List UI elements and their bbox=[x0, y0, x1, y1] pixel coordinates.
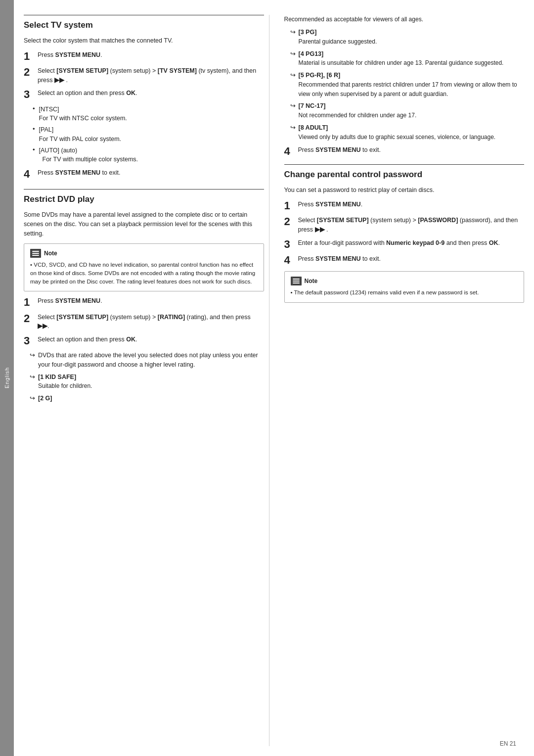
arrow-sym-2g: ↪ bbox=[30, 394, 35, 402]
step-content-3-dvd: Select an option and then press OK. bbox=[38, 335, 264, 344]
rating-8adult: ↪ [8 ADULT] Viewed only by adults due to… bbox=[290, 123, 525, 142]
rating-content-3pg: [3 PG] Parental guidance suggested. bbox=[299, 28, 377, 47]
step-4-pwd: 4 Press SYSTEM MENU to exit. bbox=[284, 254, 525, 266]
bracket-rating: [RATING] bbox=[158, 314, 185, 321]
step-number-4-pwd: 4 bbox=[284, 254, 295, 266]
note-header-pwd: Note bbox=[291, 277, 518, 285]
step-number-4-tv: 4 bbox=[24, 168, 35, 180]
step-content-4-pwd: Press SYSTEM MENU to exit. bbox=[298, 254, 525, 264]
arrow-sym-4pg13: ↪ bbox=[290, 50, 296, 57]
rating-label-7nc17: [7 NC-17] bbox=[299, 102, 326, 109]
arrow-sym-dvd-1: ↪ bbox=[30, 351, 35, 359]
rating-content-5pgr: [5 PG-R], [6 R] Recommended that parents… bbox=[299, 71, 525, 98]
note-text-dvd: • VCD, SVCD, and CD have no level indica… bbox=[30, 261, 258, 286]
rating-desc-kid-safe: Suitable for children. bbox=[38, 382, 92, 389]
bracket-tv-system: [TV SYSTEM] bbox=[158, 67, 197, 74]
rating-desc-8adult: Viewed only by adults due to graphic sex… bbox=[299, 134, 496, 141]
step-content-1-tv: Press SYSTEM MENU. bbox=[38, 50, 264, 60]
intro-tv-system: Select the color system that matches the… bbox=[24, 36, 264, 46]
step-number-2-pwd: 2 bbox=[284, 216, 295, 228]
note-text-pwd: • The default password (1234) remains va… bbox=[291, 288, 518, 297]
bracket-system-setup-pwd: [SYSTEM SETUP] bbox=[317, 217, 369, 224]
rating-desc-2g-cont: Recommended as acceptable for viewers of… bbox=[284, 15, 525, 24]
bullet-dot-pal: • bbox=[33, 125, 35, 133]
rating-desc-7nc17: Not recommended for children under age 1… bbox=[299, 112, 417, 119]
section-title-dvd: Restrict DVD play bbox=[24, 194, 264, 206]
system-menu-bold-1: SYSTEM MENU bbox=[55, 51, 100, 58]
step-2-dvd: 2 Select [SYSTEM SETUP] (system setup) >… bbox=[24, 313, 264, 331]
rating-label-4pg13: [4 PG13] bbox=[299, 50, 324, 57]
note-box-dvd: Note • VCD, SVCD, and CD have no level i… bbox=[24, 243, 264, 292]
step-content-1-dvd: Press SYSTEM MENU. bbox=[38, 296, 264, 306]
rating-content-7nc17: [7 NC-17] Not recommended for children u… bbox=[299, 101, 417, 120]
step-content-2-pwd: Select [SYSTEM SETUP] (system setup) > [… bbox=[298, 216, 525, 235]
left-column: Select TV system Select the color system… bbox=[24, 15, 269, 746]
arrow-sym-3pg: ↪ bbox=[290, 28, 296, 36]
bullet-label-pal: [PAL]For TV with PAL color system. bbox=[39, 125, 121, 144]
section-title-password: Change parental control password bbox=[284, 170, 525, 182]
rating-label-kid-safe: [1 KID SAFE] bbox=[38, 374, 76, 380]
rating-content-2g: [2 G] bbox=[38, 394, 52, 403]
ok-bold-tv: OK bbox=[126, 90, 135, 96]
bullet-dot-ntsc: • bbox=[33, 105, 35, 112]
rating-desc-5pgr: Recommended that parents restrict childr… bbox=[299, 81, 517, 97]
side-tab-label: English bbox=[4, 367, 10, 388]
ok-bold-dvd: OK bbox=[126, 336, 135, 343]
side-tab: English bbox=[0, 0, 14, 756]
section-title-tv-system: Select TV system bbox=[24, 20, 264, 32]
note-icon-dvd bbox=[30, 249, 41, 258]
arrow-tv: ▶▶ bbox=[54, 77, 64, 84]
rating-label-5pgr: [5 PG-R], [6 R] bbox=[299, 72, 341, 79]
rating-kid-safe: ↪ [1 KID SAFE] Suitable for children. bbox=[30, 373, 264, 391]
bullet-auto: • [AUTO] (auto) For TV with multiple col… bbox=[33, 146, 264, 165]
arrow-sym-8adult: ↪ bbox=[290, 124, 296, 131]
rating-label-2g: [2 G] bbox=[38, 395, 52, 402]
arrow-content-dvd-1: DVDs that are rated above the level you … bbox=[38, 351, 264, 370]
step-number-3-pwd: 3 bbox=[284, 238, 295, 250]
note-icon-pwd bbox=[291, 277, 302, 285]
system-menu-bold-1-pwd: SYSTEM MENU bbox=[315, 201, 361, 208]
step-number-3-dvd: 3 bbox=[24, 335, 35, 347]
arrow-pwd: ▶▶ bbox=[315, 226, 325, 233]
divider-1 bbox=[24, 15, 264, 15]
step-2-tv: 2 Select [SYSTEM SETUP] (system setup) >… bbox=[24, 66, 264, 85]
bullet-label-auto: [AUTO] (auto) For TV with multiple color… bbox=[39, 146, 138, 165]
arrow-sym-kid-safe: ↪ bbox=[30, 373, 35, 380]
rating-content-8adult: [8 ADULT] Viewed only by adults due to g… bbox=[299, 123, 496, 142]
rating-label-3pg: [3 PG] bbox=[299, 29, 317, 36]
rating-label-8adult: [8 ADULT] bbox=[299, 124, 328, 131]
step-number-1-dvd: 1 bbox=[24, 296, 35, 308]
note-label-dvd: Note bbox=[44, 250, 57, 257]
step-3-tv: 3 Select an option and then press OK. bbox=[24, 89, 264, 100]
right-column: Recommended as acceptable for viewers of… bbox=[279, 15, 525, 746]
step-1-dvd: 1 Press SYSTEM MENU. bbox=[24, 296, 264, 308]
divider-2 bbox=[24, 189, 264, 189]
rating-content-4pg13: [4 PG13] Material is unsuitable for chil… bbox=[299, 49, 504, 68]
step-3-pwd: 3 Enter a four-digit password with Numer… bbox=[284, 238, 525, 250]
rating-content-kid-safe: [1 KID SAFE] Suitable for children. bbox=[38, 373, 92, 391]
step-4-tv: 4 Press SYSTEM MENU to exit. bbox=[24, 168, 264, 180]
arrow-sym-5pgr: ↪ bbox=[290, 71, 296, 79]
divider-3 bbox=[284, 164, 525, 165]
rating-7nc17: ↪ [7 NC-17] Not recommended for children… bbox=[290, 101, 525, 120]
step-number-3-tv: 3 bbox=[24, 89, 35, 100]
step-number-2-tv: 2 bbox=[24, 66, 35, 78]
step-3-dvd: 3 Select an option and then press OK. bbox=[24, 335, 264, 347]
bullet-ntsc: • [NTSC]For TV with NTSC color system. bbox=[33, 105, 264, 124]
system-menu-bold-4-tv: SYSTEM MENU bbox=[55, 169, 100, 176]
note-box-pwd: Note • The default password (1234) remai… bbox=[284, 271, 525, 302]
bullet-label-ntsc: [NTSC]For TV with NTSC color system. bbox=[39, 105, 127, 124]
rating-4pg13: ↪ [4 PG13] Material is unsuitable for ch… bbox=[290, 49, 525, 68]
rating-5pgr-6r: ↪ [5 PG-R], [6 R] Recommended that paren… bbox=[290, 71, 525, 98]
step-number-2-dvd: 2 bbox=[24, 313, 35, 325]
system-menu-bold-4-pwd: SYSTEM MENU bbox=[315, 255, 361, 262]
step-content-4-dvd: Press SYSTEM MENU to exit. bbox=[298, 145, 525, 155]
bullet-pal: • [PAL]For TV with PAL color system. bbox=[33, 125, 264, 144]
arrow-item-dvd-1: ↪ DVDs that are rated above the level yo… bbox=[30, 351, 264, 370]
bracket-system-setup-dvd: [SYSTEM SETUP] bbox=[56, 314, 108, 321]
bracket-system-setup-tv: [SYSTEM SETUP] bbox=[56, 67, 108, 74]
step-number-1-tv: 1 bbox=[24, 50, 35, 62]
step-content-3-pwd: Enter a four-digit password with Numeric… bbox=[298, 238, 525, 248]
step-1-pwd: 1 Press SYSTEM MENU. bbox=[284, 200, 525, 212]
rating-3pg: ↪ [3 PG] Parental guidance suggested. bbox=[290, 28, 525, 47]
